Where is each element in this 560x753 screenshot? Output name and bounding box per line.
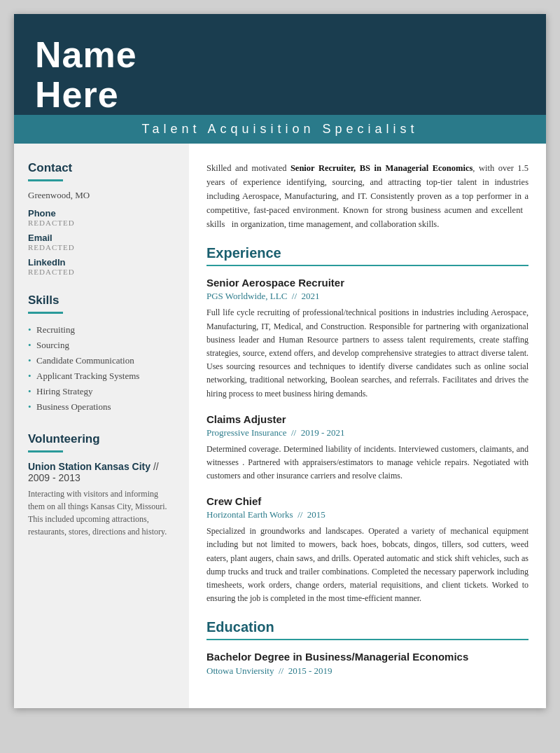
header-section: Name Here Talent Acquisition Specialist <box>14 14 546 144</box>
name-display: Name Here <box>35 35 525 115</box>
name-line2: Here <box>35 74 119 115</box>
contact-city: Greenwood, MO <box>28 190 175 201</box>
edu-school: Ottowa Unviersity // 2015 - 2019 <box>206 665 528 677</box>
list-item: Candidate Communication <box>28 353 175 368</box>
experience-section: Experience Senior Aerospace Recruiter PG… <box>206 245 528 605</box>
contact-section: Contact Greenwood, MO Phone REDACTED Ema… <box>28 161 175 276</box>
experience-title: Experience <box>206 245 528 261</box>
resume-document: Name Here Talent Acquisition Specialist … <box>14 14 546 708</box>
phone-item: Phone REDACTED <box>28 208 175 227</box>
phone-label: Phone <box>28 208 175 219</box>
summary-paragraph: Skilled and motivated Senior Recruiter, … <box>206 161 528 231</box>
vol-org-name: Union Station Kansas City <box>28 461 150 472</box>
email-label: Email <box>28 233 175 243</box>
exp-item-3: Crew Chief Horizontal Earth Works // 201… <box>206 495 528 605</box>
vol-description: Interacting with visitors and informing … <box>28 488 175 538</box>
exp-description: Full life cycle recruiting of profession… <box>206 306 528 400</box>
exp-job-title: Claims Adjuster <box>206 413 528 425</box>
edu-degree: Bachelor Degree in Business/Managerial E… <box>206 651 528 663</box>
volunteering-divider <box>28 450 63 453</box>
linkedin-value: REDACTED <box>28 268 175 276</box>
summary-bold: Senior Recruiter, BS in Managerial Econo… <box>290 163 472 173</box>
edu-item-1: Bachelor Degree in Business/Managerial E… <box>206 651 528 677</box>
list-item: Applicant Tracking Systems <box>28 368 175 384</box>
exp-description: Specialized in groundworks and landscape… <box>206 525 528 605</box>
phone-value: REDACTED <box>28 219 175 227</box>
exp-description: Determined coverage. Determined liabilit… <box>206 443 528 483</box>
skills-title: Skills <box>28 293 175 308</box>
body-layout: Contact Greenwood, MO Phone REDACTED Ema… <box>14 144 546 708</box>
skills-list: Recruiting Sourcing Candidate Communicat… <box>28 322 175 415</box>
experience-divider <box>206 265 528 266</box>
education-divider <box>206 639 528 640</box>
name-line1: Name <box>35 34 137 75</box>
exp-company: Progressive Insurance // 2019 - 2021 <box>206 427 528 438</box>
vol-org: Union Station Kansas City // 2009 - 2013 <box>28 461 175 483</box>
list-item: Sourcing <box>28 338 175 353</box>
job-title: Talent Acquisition Specialist <box>141 122 418 136</box>
email-item: Email REDACTED <box>28 233 175 251</box>
education-title: Education <box>206 619 528 635</box>
volunteering-section: Volunteering Union Station Kansas City /… <box>28 432 175 538</box>
exp-item-1: Senior Aerospace Recruiter PGS Worldwide… <box>206 277 528 400</box>
education-section: Education Bachelor Degree in Business/Ma… <box>206 619 528 677</box>
exp-item-2: Claims Adjuster Progressive Insurance //… <box>206 413 528 483</box>
exp-job-title: Senior Aerospace Recruiter <box>206 277 528 289</box>
exp-company: Horizontal Earth Works // 2015 <box>206 509 528 520</box>
exp-company: PGS Worldwide, LLC // 2021 <box>206 291 528 302</box>
list-item: Business Operations <box>28 399 175 415</box>
sidebar: Contact Greenwood, MO Phone REDACTED Ema… <box>14 144 189 708</box>
skills-section: Skills Recruiting Sourcing Candidate Com… <box>28 293 175 415</box>
list-item: Hiring Strategy <box>28 384 175 399</box>
main-content: Skilled and motivated Senior Recruiter, … <box>189 144 546 708</box>
list-item: Recruiting <box>28 322 175 338</box>
title-bar: Talent Acquisition Specialist <box>14 115 546 144</box>
exp-job-title: Crew Chief <box>206 495 528 507</box>
skills-divider <box>28 312 63 314</box>
contact-title: Contact <box>28 161 175 175</box>
email-value: REDACTED <box>28 243 175 251</box>
linkedin-item: LinkedIn REDACTED <box>28 257 175 276</box>
volunteering-title: Volunteering <box>28 432 175 446</box>
linkedin-label: LinkedIn <box>28 257 175 268</box>
contact-divider <box>28 179 63 181</box>
